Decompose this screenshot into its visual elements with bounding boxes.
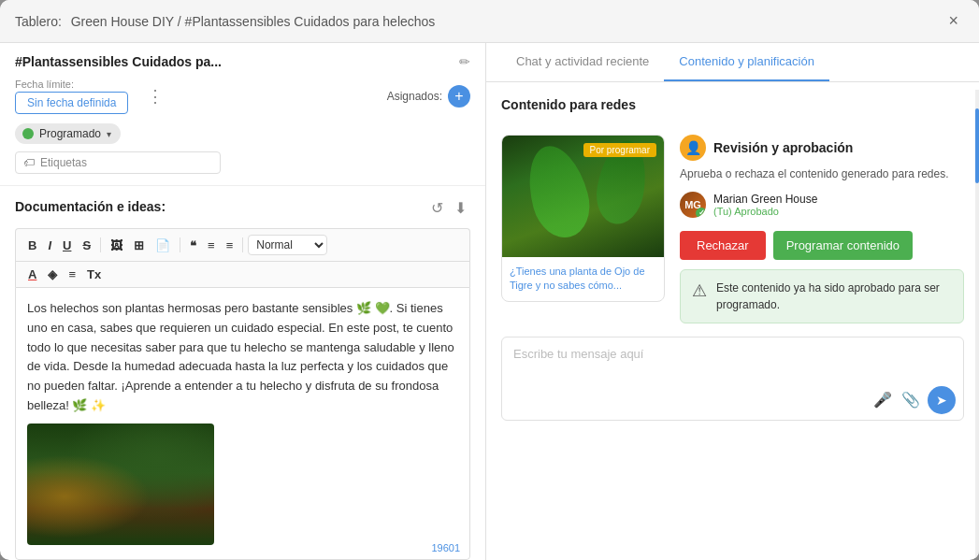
- tags-input[interactable]: 🏷 Etiquetas: [15, 151, 221, 174]
- social-content-card[interactable]: Por programar ¿Tienes una planta de Ojo …: [501, 135, 665, 302]
- toolbar-separator-1: [100, 237, 101, 252]
- editor-content: Los helechos son plantas hermosas pero b…: [16, 288, 469, 559]
- assigned-label: Asignados:: [387, 90, 442, 103]
- approval-title: 👤 Revisión y aprobación: [680, 135, 964, 161]
- chevron-down-icon: ▾: [107, 129, 111, 139]
- section-title: Documentación e ideas:: [15, 199, 166, 214]
- status-dot: [22, 128, 34, 139]
- approver-info: Marian Green House (Tu) Aprobado: [713, 193, 817, 217]
- strikethrough-button[interactable]: S: [78, 237, 95, 254]
- bold-button[interactable]: B: [23, 237, 41, 254]
- notice-text: Este contenido ya ha sido aprobado para …: [716, 280, 952, 313]
- table-button[interactable]: ⊞: [129, 237, 149, 254]
- tags-row: 🏷 Etiquetas: [15, 151, 470, 174]
- modal-body: #Plantassensibles Cuidados pa... ✏ Fecha…: [0, 43, 979, 560]
- microphone-button[interactable]: 🎤: [871, 389, 894, 410]
- social-card-text: ¿Tienes una planta de Ojo de Tigre y no …: [502, 257, 664, 301]
- schedule-button[interactable]: Programar contenido: [773, 231, 913, 260]
- content-approval-row: Por programar ¿Tienes una planta de Ojo …: [501, 135, 964, 323]
- image-button[interactable]: 🖼: [106, 237, 127, 254]
- blockquote-button[interactable]: ❝: [185, 237, 201, 254]
- status-text: Programado: [39, 127, 101, 140]
- editor-toolbar-row2: A ◈ ≡ Tx: [15, 261, 470, 287]
- scheduled-badge: Por programar: [583, 143, 656, 157]
- social-card-image-wrap: Por programar: [502, 136, 664, 257]
- underline-button[interactable]: U: [58, 237, 76, 254]
- approval-actions: Rechazar Programar contenido: [680, 231, 964, 260]
- send-button[interactable]: ➤: [928, 386, 956, 414]
- edit-icon[interactable]: ✏: [459, 54, 470, 69]
- ordered-list-button[interactable]: ≡: [203, 237, 220, 254]
- content-section-title: Contenido para redes: [501, 97, 964, 112]
- more-options-button[interactable]: ⋮: [143, 86, 167, 107]
- add-assigned-button[interactable]: +: [448, 85, 470, 108]
- left-top-section: #Plantassensibles Cuidados pa... ✏ Fecha…: [0, 43, 485, 186]
- align-button[interactable]: ≡: [64, 266, 80, 283]
- approver-name: Marian Green House: [713, 193, 817, 206]
- tab-chat[interactable]: Chat y actividad reciente: [501, 43, 664, 81]
- format-select[interactable]: Normal Heading 1 Heading 2: [248, 235, 327, 255]
- check-badge: ✓: [696, 208, 706, 218]
- status-badge[interactable]: Programado ▾: [15, 123, 121, 144]
- date-label: Fecha límite:: [15, 79, 128, 90]
- tags-placeholder: Etiquetas: [40, 156, 87, 169]
- right-tabs: Chat y actividad reciente Contenido y pl…: [486, 43, 979, 82]
- attach-button[interactable]: 📎: [900, 389, 922, 410]
- task-title: #Plantassensibles Cuidados pa...: [15, 54, 452, 69]
- left-panel: #Plantassensibles Cuidados pa... ✏ Fecha…: [0, 43, 486, 560]
- approver-avatar: MG ✓: [680, 192, 706, 218]
- right-content: Contenido para redes Por programar: [486, 82, 979, 560]
- editor-action-buttons: ↺ ⬇: [427, 197, 470, 219]
- italic-button[interactable]: I: [43, 237, 56, 254]
- approver-status: (Tu) Aprobado: [713, 206, 817, 217]
- editor-image: [27, 424, 214, 545]
- notice-icon: ⚠: [692, 280, 707, 301]
- char-count: 19601: [431, 542, 460, 553]
- approval-notice: ⚠ Este contenido ya ha sido aprobado par…: [680, 269, 964, 323]
- modal-header: Tablero: Green House DIY / #Plantassensi…: [0, 0, 979, 43]
- task-title-row: #Plantassensibles Cuidados pa... ✏: [15, 54, 470, 69]
- reject-button[interactable]: Rechazar: [680, 231, 766, 260]
- right-scrollbar-thumb[interactable]: [975, 108, 979, 183]
- clear-format-button[interactable]: Tx: [82, 266, 106, 283]
- editor-toolbar-row1: B I U S 🖼 ⊞ 📄 ❝ ≡ ≡ Normal Heading 1: [15, 228, 470, 261]
- unordered-list-button[interactable]: ≡: [222, 237, 238, 254]
- text-color-button[interactable]: A: [23, 266, 41, 283]
- tag-icon: 🏷: [23, 156, 35, 169]
- editor-area[interactable]: Los helechos son plantas hermosas pero b…: [15, 287, 470, 560]
- approval-description: Aprueba o rechaza el contenido generado …: [680, 166, 964, 182]
- message-action-buttons: 🎤 📎 ➤: [871, 386, 956, 414]
- assigned-section: Asignados: +: [387, 85, 470, 108]
- modal: Tablero: Green House DIY / #Plantassensi…: [0, 0, 979, 560]
- file-button[interactable]: 📄: [151, 237, 175, 254]
- tab-content[interactable]: Contenido y planificación: [664, 43, 829, 81]
- highlight-button[interactable]: ◈: [43, 266, 62, 283]
- date-section: Fecha límite: Sin fecha definida: [15, 79, 128, 114]
- toolbar-separator-3: [242, 237, 243, 252]
- approver-row: MG ✓ Marian Green House (Tu) Aprobado: [680, 192, 964, 218]
- history-button[interactable]: ↺: [427, 197, 447, 219]
- download-button[interactable]: ⬇: [451, 197, 470, 219]
- meta-row: Fecha límite: Sin fecha definida ⋮ Asign…: [15, 79, 470, 114]
- status-row: Programado ▾: [15, 123, 470, 144]
- editor-section: Documentación e ideas: ↺ ⬇ B I U S 🖼 ⊞ 📄: [0, 186, 485, 560]
- approval-icon: 👤: [680, 135, 706, 161]
- message-placeholder: Escribe tu mensaje aquí: [513, 347, 643, 361]
- message-input-area[interactable]: Escribe tu mensaje aquí 🎤 📎 ➤: [501, 337, 964, 421]
- approval-section: 👤 Revisión y aprobación Aprueba o rechaz…: [680, 135, 964, 323]
- toolbar-separator-2: [180, 237, 180, 252]
- social-card-link[interactable]: ¿Tienes una planta de Ojo de Tigre y no …: [510, 266, 645, 291]
- close-button[interactable]: ×: [943, 9, 964, 33]
- right-panel: Chat y actividad reciente Contenido y pl…: [486, 43, 979, 560]
- date-button[interactable]: Sin fecha definida: [15, 92, 128, 114]
- header-title: Tablero: Green House DIY / #Plantassensi…: [15, 14, 435, 29]
- right-scrollbar-track: [975, 90, 979, 560]
